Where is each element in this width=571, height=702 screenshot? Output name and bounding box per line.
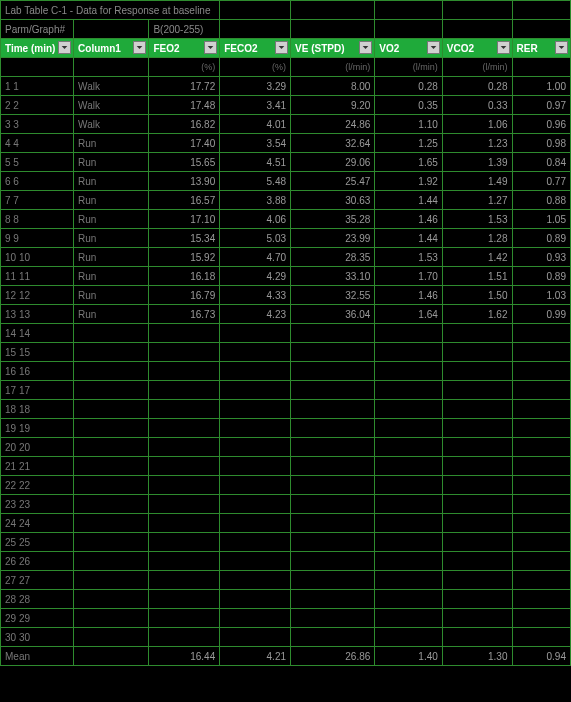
value-cell[interactable]: 1.25 [375, 134, 442, 153]
value-cell[interactable] [291, 571, 375, 590]
time-cell[interactable]: 10 10 [1, 248, 74, 267]
label-cell[interactable]: Run [74, 248, 149, 267]
value-cell[interactable]: 15.65 [149, 153, 220, 172]
value-cell[interactable] [149, 533, 220, 552]
value-cell[interactable]: 36.04 [291, 305, 375, 324]
filter-dropdown-icon[interactable] [497, 41, 510, 54]
value-cell[interactable] [149, 381, 220, 400]
time-cell[interactable]: 6 6 [1, 172, 74, 191]
value-cell[interactable] [149, 476, 220, 495]
value-cell[interactable]: 17.40 [149, 134, 220, 153]
value-cell[interactable]: 4.33 [220, 286, 291, 305]
value-cell[interactable] [220, 343, 291, 362]
value-cell[interactable] [442, 628, 512, 647]
value-cell[interactable]: 0.97 [512, 96, 571, 115]
value-cell[interactable]: 3.41 [220, 96, 291, 115]
value-cell[interactable]: 0.77 [512, 172, 571, 191]
value-cell[interactable]: 1.23 [442, 134, 512, 153]
time-cell[interactable]: 1 1 [1, 77, 74, 96]
label-cell[interactable] [74, 324, 149, 343]
value-cell[interactable]: 35.28 [291, 210, 375, 229]
value-cell[interactable] [512, 476, 571, 495]
value-cell[interactable] [375, 609, 442, 628]
time-cell[interactable]: 23 23 [1, 495, 74, 514]
label-cell[interactable] [74, 419, 149, 438]
value-cell[interactable] [291, 609, 375, 628]
value-cell[interactable] [442, 533, 512, 552]
value-cell[interactable]: 1.50 [442, 286, 512, 305]
value-cell[interactable] [291, 495, 375, 514]
value-cell[interactable]: 0.28 [442, 77, 512, 96]
label-cell[interactable]: Run [74, 210, 149, 229]
value-cell[interactable]: 1.44 [375, 191, 442, 210]
time-cell[interactable]: 18 18 [1, 400, 74, 419]
value-cell[interactable] [149, 457, 220, 476]
value-cell[interactable]: 16.79 [149, 286, 220, 305]
label-cell[interactable] [74, 343, 149, 362]
label-cell[interactable] [74, 609, 149, 628]
value-cell[interactable]: 4.06 [220, 210, 291, 229]
value-cell[interactable]: 1.03 [512, 286, 571, 305]
label-cell[interactable]: Walk [74, 115, 149, 134]
value-cell[interactable] [512, 343, 571, 362]
label-cell[interactable]: Run [74, 286, 149, 305]
value-cell[interactable]: 3.29 [220, 77, 291, 96]
value-cell[interactable]: 4.01 [220, 115, 291, 134]
value-cell[interactable]: 1.06 [442, 115, 512, 134]
time-cell[interactable]: 11 11 [1, 267, 74, 286]
value-cell[interactable] [442, 362, 512, 381]
value-cell[interactable] [512, 590, 571, 609]
value-cell[interactable]: 1.51 [442, 267, 512, 286]
value-cell[interactable] [442, 609, 512, 628]
value-cell[interactable]: 17.48 [149, 96, 220, 115]
value-cell[interactable]: 0.33 [442, 96, 512, 115]
label-cell[interactable] [74, 381, 149, 400]
value-cell[interactable]: 1.00 [512, 77, 571, 96]
value-cell[interactable]: 23.99 [291, 229, 375, 248]
label-cell[interactable] [74, 362, 149, 381]
value-cell[interactable] [149, 419, 220, 438]
label-cell[interactable] [74, 552, 149, 571]
value-cell[interactable] [442, 381, 512, 400]
value-cell[interactable] [375, 457, 442, 476]
value-cell[interactable] [149, 400, 220, 419]
value-cell[interactable]: 1.65 [375, 153, 442, 172]
value-cell[interactable] [220, 457, 291, 476]
value-cell[interactable] [442, 400, 512, 419]
filter-dropdown-icon[interactable] [133, 41, 146, 54]
value-cell[interactable] [375, 552, 442, 571]
value-cell[interactable] [149, 552, 220, 571]
value-cell[interactable] [442, 590, 512, 609]
value-cell[interactable] [442, 552, 512, 571]
time-cell[interactable]: 24 24 [1, 514, 74, 533]
time-cell[interactable]: 17 17 [1, 381, 74, 400]
value-cell[interactable]: 16.73 [149, 305, 220, 324]
value-cell[interactable] [149, 495, 220, 514]
time-cell[interactable]: 27 27 [1, 571, 74, 590]
value-cell[interactable]: 0.98 [512, 134, 571, 153]
value-cell[interactable] [512, 609, 571, 628]
label-cell[interactable]: Walk [74, 96, 149, 115]
value-cell[interactable]: 1.27 [442, 191, 512, 210]
value-cell[interactable] [375, 400, 442, 419]
value-cell[interactable]: 1.46 [375, 286, 442, 305]
value-cell[interactable] [512, 552, 571, 571]
value-cell[interactable]: 16.82 [149, 115, 220, 134]
value-cell[interactable]: 1.42 [442, 248, 512, 267]
time-cell[interactable]: 25 25 [1, 533, 74, 552]
column-header[interactable]: Column1 [74, 39, 149, 58]
label-cell[interactable] [74, 457, 149, 476]
filter-dropdown-icon[interactable] [555, 41, 568, 54]
filter-dropdown-icon[interactable] [427, 41, 440, 54]
value-cell[interactable]: 0.93 [512, 248, 571, 267]
label-cell[interactable]: Run [74, 153, 149, 172]
value-cell[interactable] [291, 343, 375, 362]
label-cell[interactable]: Run [74, 191, 149, 210]
value-cell[interactable] [512, 628, 571, 647]
value-cell[interactable] [442, 438, 512, 457]
value-cell[interactable] [291, 438, 375, 457]
value-cell[interactable] [512, 495, 571, 514]
time-cell[interactable]: 21 21 [1, 457, 74, 476]
value-cell[interactable] [375, 362, 442, 381]
value-cell[interactable] [291, 324, 375, 343]
